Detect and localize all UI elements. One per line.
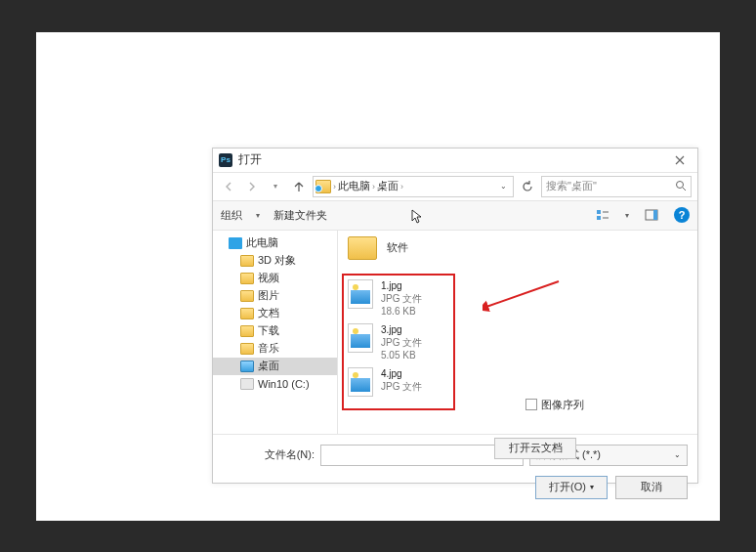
disk-icon <box>240 378 254 390</box>
refresh-button[interactable] <box>518 177 537 196</box>
highlight-box: 1.jpgJPG 文件18.6 KB3.jpgJPG 文件5.05 KB4.jp… <box>342 274 455 410</box>
chevron-right-icon: › <box>333 182 336 191</box>
search-input[interactable]: 搜索"桌面" <box>541 176 692 197</box>
file-type: JPG 文件 <box>381 292 422 305</box>
file-type: JPG 文件 <box>381 380 422 393</box>
address-bar[interactable]: › 此电脑 › 桌面 › ⌄ <box>313 176 514 197</box>
chevron-down-icon: ▾ <box>256 211 260 220</box>
fold-y-icon <box>240 290 254 302</box>
file-item[interactable]: 3.jpgJPG 文件5.05 KB <box>348 323 449 361</box>
fold-y-icon <box>240 273 254 284</box>
sidebar-item[interactable]: 桌面 <box>213 358 337 375</box>
sidebar-item-label: 视频 <box>258 271 279 285</box>
image-file-icon <box>348 323 373 353</box>
cursor-icon <box>411 209 423 228</box>
sidebar-item[interactable]: 文档 <box>213 305 337 322</box>
nav-dropdown[interactable]: ▾ <box>266 177 285 196</box>
nav-up-button[interactable] <box>289 177 309 196</box>
checkbox-label: 图像序列 <box>541 398 584 412</box>
open-button[interactable]: 打开(O) ▾ <box>535 476 608 499</box>
sidebar-item-label: 音乐 <box>258 341 279 356</box>
sidebar-item-label: 3D 对象 <box>258 253 296 268</box>
new-folder-button[interactable]: 新建文件夹 <box>273 208 327 223</box>
fold-y-icon <box>240 343 254 355</box>
svg-line-5 <box>486 281 559 307</box>
image-file-icon <box>348 279 373 309</box>
folder-label: 软件 <box>387 240 408 255</box>
sidebar-item-label: 下载 <box>258 323 279 338</box>
view-options-button[interactable] <box>594 206 611 224</box>
svg-rect-4 <box>653 210 657 220</box>
sidebar-item[interactable]: 下载 <box>213 322 337 340</box>
cancel-button[interactable]: 取消 <box>615 476 688 499</box>
help-button[interactable]: ? <box>674 207 690 223</box>
filename-label: 文件名(N): <box>223 447 315 462</box>
sidebar-item-label: 此电脑 <box>246 235 278 250</box>
dialog-title: 打开 <box>238 151 668 168</box>
nav-row: ▾ › 此电脑 › 桌面 › ⌄ 搜索"桌面" <box>213 172 697 201</box>
file-item[interactable]: 1.jpgJPG 文件18.6 KB <box>348 279 449 318</box>
file-type: JPG 文件 <box>381 336 422 349</box>
chevron-down-icon: ▾ <box>590 483 594 491</box>
sidebar-item[interactable]: Win10 (C:) <box>213 375 337 393</box>
search-placeholder: 搜索"桌面" <box>546 179 597 193</box>
chevron-right-icon: › <box>372 182 375 191</box>
file-size: 5.05 KB <box>381 349 422 361</box>
sidebar-item-label: 桌面 <box>258 359 279 373</box>
monitor-icon <box>229 237 242 249</box>
photoshop-icon: Ps <box>219 153 232 167</box>
search-icon <box>675 180 687 193</box>
chevron-down-icon: ⌄ <box>674 450 681 459</box>
fold-y-icon <box>240 255 254 267</box>
nav-back-button[interactable] <box>219 177 238 196</box>
sidebar-item[interactable]: 此电脑 <box>213 234 337 252</box>
folder-icon <box>348 236 377 260</box>
sidebar: 此电脑3D 对象视频图片文档下载音乐桌面Win10 (C:) <box>213 231 338 434</box>
annotation-arrow <box>483 277 561 317</box>
file-name: 1.jpg <box>381 279 422 292</box>
chevron-down-icon: ▾ <box>625 211 629 220</box>
toolbar: 组织 ▾ 新建文件夹 ▾ ? <box>213 201 697 231</box>
sidebar-item[interactable]: 视频 <box>213 270 337 287</box>
file-list-pane[interactable]: 软件 1.jpgJPG 文件18.6 KB3.jpgJPG 文件5.05 KB4… <box>338 231 697 434</box>
folder-item[interactable]: 软件 <box>348 236 688 260</box>
svg-rect-1 <box>597 210 601 214</box>
fold-y-icon <box>240 325 254 337</box>
nav-forward-button[interactable] <box>242 177 262 196</box>
breadcrumb-pc[interactable]: 此电脑 <box>338 179 370 193</box>
breadcrumb-desktop[interactable]: 桌面 <box>377 179 399 193</box>
open-file-dialog: Ps 打开 ▾ › 此电脑 › 桌面 › <box>212 148 698 484</box>
close-button[interactable] <box>668 151 692 169</box>
open-cloud-button[interactable]: 打开云文档 <box>494 438 576 459</box>
folder-icon <box>315 180 331 193</box>
sidebar-item[interactable]: 音乐 <box>213 340 337 358</box>
titlebar: Ps 打开 <box>213 149 697 172</box>
organize-menu[interactable]: 组织 <box>221 208 242 223</box>
file-name: 3.jpg <box>381 323 422 336</box>
file-item[interactable]: 4.jpgJPG 文件 <box>348 367 449 397</box>
file-name: 4.jpg <box>381 367 422 380</box>
sidebar-item[interactable]: 3D 对象 <box>213 252 337 270</box>
sidebar-item[interactable]: 图片 <box>213 287 337 305</box>
address-dropdown-icon[interactable]: ⌄ <box>496 182 511 191</box>
file-size: 18.6 KB <box>381 305 422 318</box>
chevron-right-icon: › <box>400 182 403 191</box>
filename-input[interactable] <box>320 445 524 466</box>
svg-rect-2 <box>597 216 601 220</box>
fold-b-icon <box>240 361 254 372</box>
image-file-icon <box>348 367 373 397</box>
checkbox-icon <box>525 399 537 410</box>
sidebar-item-label: 图片 <box>258 288 279 303</box>
dialog-footer: 文件名(N): 所有格式 (*.*) ⌄ 打开(O) ▾ 取消 <box>213 434 697 509</box>
image-sequence-checkbox[interactable]: 图像序列 <box>525 398 584 412</box>
svg-point-0 <box>677 181 684 188</box>
preview-pane-button[interactable] <box>643 206 660 224</box>
fold-y-icon <box>240 308 254 319</box>
sidebar-item-label: Win10 (C:) <box>258 378 310 390</box>
sidebar-item-label: 文档 <box>258 306 279 320</box>
